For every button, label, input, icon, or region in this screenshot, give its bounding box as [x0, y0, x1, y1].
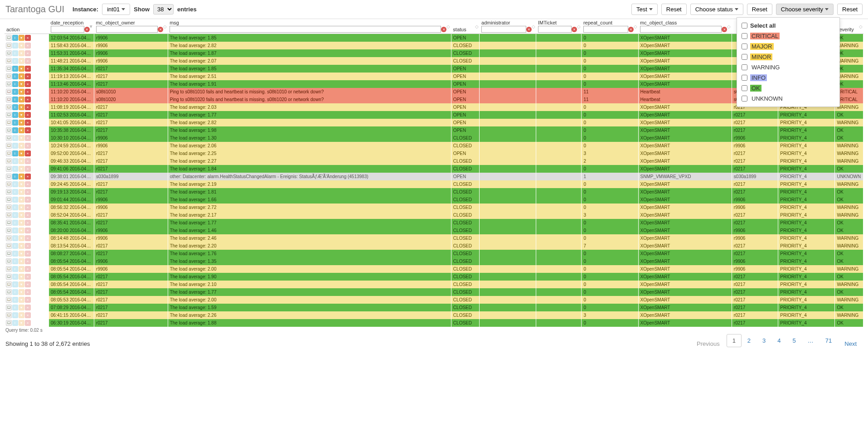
- checkbox-icon[interactable]: ☐: [6, 127, 12, 133]
- close-icon[interactable]: ×: [25, 204, 31, 210]
- close-icon[interactable]: ×: [25, 97, 31, 102]
- col-mc-object-class[interactable]: mc_object_class×◇: [638, 19, 732, 34]
- table-row[interactable]: ☐i▾×08:14:48 2016-04-14r9906The load ave…: [5, 234, 863, 242]
- filter-icon[interactable]: ▾: [19, 150, 24, 156]
- filter-icon[interactable]: ▾: [19, 258, 24, 264]
- checkbox-icon[interactable]: ☐: [6, 97, 12, 102]
- close-icon[interactable]: ×: [25, 243, 31, 249]
- filter-icon[interactable]: ▾: [19, 320, 24, 326]
- checkbox-icon[interactable]: ☐: [6, 243, 12, 249]
- close-icon[interactable]: ×: [25, 297, 31, 303]
- filter-icon[interactable]: ▾: [19, 35, 24, 41]
- table-row[interactable]: ☐i▾×11:02:53 2016-04-14r0217The load ave…: [5, 111, 863, 119]
- checkbox-icon[interactable]: ☐: [6, 197, 12, 203]
- info-icon[interactable]: i: [12, 181, 18, 187]
- close-icon[interactable]: ×: [25, 281, 31, 287]
- severity-checkbox[interactable]: [742, 54, 747, 60]
- table-row[interactable]: ☐i▾×10:30:10 2016-04-14r9906The load ave…: [5, 134, 863, 142]
- filter-icon[interactable]: ▾: [19, 112, 24, 118]
- checkbox-icon[interactable]: ☐: [6, 135, 12, 141]
- table-row[interactable]: ☐i▾×09:38:01 2016-04-14s030a1899other: D…: [5, 173, 863, 180]
- severity-checkbox[interactable]: [742, 44, 747, 49]
- severity-option-warning[interactable]: WARNING: [742, 62, 835, 73]
- table-row[interactable]: ☐i▾×09:52:00 2016-04-14r0217The load ave…: [5, 150, 863, 157]
- close-icon[interactable]: ×: [25, 135, 31, 141]
- severity-checkbox[interactable]: [742, 96, 747, 102]
- filter-icon[interactable]: ▾: [19, 228, 24, 233]
- select-all-checkbox[interactable]: [742, 23, 747, 29]
- close-icon[interactable]: ×: [25, 143, 31, 149]
- checkbox-icon[interactable]: ☐: [6, 305, 12, 310]
- info-icon[interactable]: i: [12, 266, 18, 272]
- table-row[interactable]: ☐i▾×08:05:54 2016-04-14r9906The load ave…: [5, 265, 863, 273]
- page-button[interactable]: 1: [727, 334, 742, 347]
- info-icon[interactable]: i: [12, 189, 18, 195]
- close-icon[interactable]: ×: [25, 112, 31, 118]
- info-icon[interactable]: i: [12, 143, 18, 149]
- info-icon[interactable]: i: [12, 35, 18, 41]
- close-icon[interactable]: ×: [25, 258, 31, 264]
- info-icon[interactable]: i: [12, 251, 18, 257]
- checkbox-icon[interactable]: ☐: [6, 143, 12, 149]
- col-action[interactable]: action: [5, 19, 49, 34]
- col-msg[interactable]: msg×◇: [168, 19, 451, 34]
- checkbox-icon[interactable]: ☐: [6, 166, 12, 172]
- filter-class[interactable]: [640, 26, 722, 33]
- close-icon[interactable]: ×: [25, 89, 31, 95]
- table-row[interactable]: ☐i▾×11:48:21 2016-04-14r9906The load ave…: [5, 57, 863, 65]
- checkbox-icon[interactable]: ☐: [6, 220, 12, 226]
- close-icon[interactable]: ×: [25, 127, 31, 133]
- table-row[interactable]: ☐i▾×08:05:54 2016-04-14r0217The load ave…: [5, 273, 863, 281]
- filter-icon[interactable]: ▾: [19, 281, 24, 287]
- info-icon[interactable]: i: [12, 58, 18, 64]
- close-icon[interactable]: ×: [25, 120, 31, 126]
- close-icon[interactable]: ×: [25, 320, 31, 326]
- checkbox-icon[interactable]: ☐: [6, 251, 12, 257]
- checkbox-icon[interactable]: ☐: [6, 43, 12, 48]
- filter-icon[interactable]: ▾: [19, 73, 24, 79]
- filter-icon[interactable]: ▾: [19, 81, 24, 87]
- severity-option-critical[interactable]: CRITICAL: [742, 31, 835, 41]
- info-icon[interactable]: i: [12, 220, 18, 226]
- table-row[interactable]: ☐i▾×08:52:04 2016-04-14r0217The load ave…: [5, 211, 863, 219]
- info-icon[interactable]: i: [12, 127, 18, 133]
- filter-icon[interactable]: ▾: [19, 189, 24, 195]
- severity-checkbox[interactable]: [742, 85, 747, 91]
- filter-admin[interactable]: [481, 26, 526, 33]
- filter-icon[interactable]: ▾: [19, 97, 24, 102]
- close-icon[interactable]: ×: [25, 181, 31, 187]
- checkbox-icon[interactable]: ☐: [6, 174, 12, 179]
- choose-severity-dropdown[interactable]: Choose severity: [776, 4, 834, 15]
- info-icon[interactable]: i: [12, 50, 18, 56]
- info-icon[interactable]: i: [12, 204, 18, 210]
- info-icon[interactable]: i: [12, 158, 18, 164]
- severity-checkbox[interactable]: [742, 33, 747, 39]
- checkbox-icon[interactable]: ☐: [6, 120, 12, 126]
- info-icon[interactable]: i: [12, 73, 18, 79]
- filter-icon[interactable]: ▾: [19, 58, 24, 64]
- info-icon[interactable]: i: [12, 174, 18, 179]
- filter-icon[interactable]: ▾: [19, 50, 24, 56]
- close-icon[interactable]: ×: [25, 274, 31, 280]
- table-row[interactable]: ☐i▾×11:58:43 2016-04-14r9906The load ave…: [5, 42, 863, 49]
- table-row[interactable]: ☐i▾×11:10:20 2016-04-14s08ti1020Ping to …: [5, 96, 863, 103]
- close-icon[interactable]: ×: [25, 251, 31, 257]
- checkbox-icon[interactable]: ☐: [6, 81, 12, 87]
- table-row[interactable]: ☐i▾×08:05:53 2016-04-14r0217The load ave…: [5, 296, 863, 304]
- close-icon[interactable]: ×: [25, 58, 31, 64]
- filter-icon[interactable]: ▾: [19, 204, 24, 210]
- filter-icon[interactable]: ▾: [19, 266, 24, 272]
- table-row[interactable]: ☐i▾×11:19:13 2016-04-14r0217The load ave…: [5, 73, 863, 80]
- filter-icon[interactable]: ▾: [19, 243, 24, 249]
- filter-icon[interactable]: ▾: [19, 158, 24, 164]
- filter-icon[interactable]: ▾: [19, 181, 24, 187]
- filter-icon[interactable]: ▾: [19, 174, 24, 179]
- checkbox-icon[interactable]: ☐: [6, 297, 12, 303]
- checkbox-icon[interactable]: ☐: [6, 50, 12, 56]
- severity-checkbox[interactable]: [742, 64, 747, 70]
- col-imticket[interactable]: IMTicket×◇: [536, 19, 582, 34]
- table-row[interactable]: ☐i▾×12:03:54 2016-04-14r9906The load ave…: [5, 34, 863, 42]
- close-icon[interactable]: ×: [25, 43, 31, 48]
- page-button[interactable]: 2: [742, 334, 756, 347]
- table-row[interactable]: ☐i▾×06:41:15 2016-04-14r0217The load ave…: [5, 311, 863, 319]
